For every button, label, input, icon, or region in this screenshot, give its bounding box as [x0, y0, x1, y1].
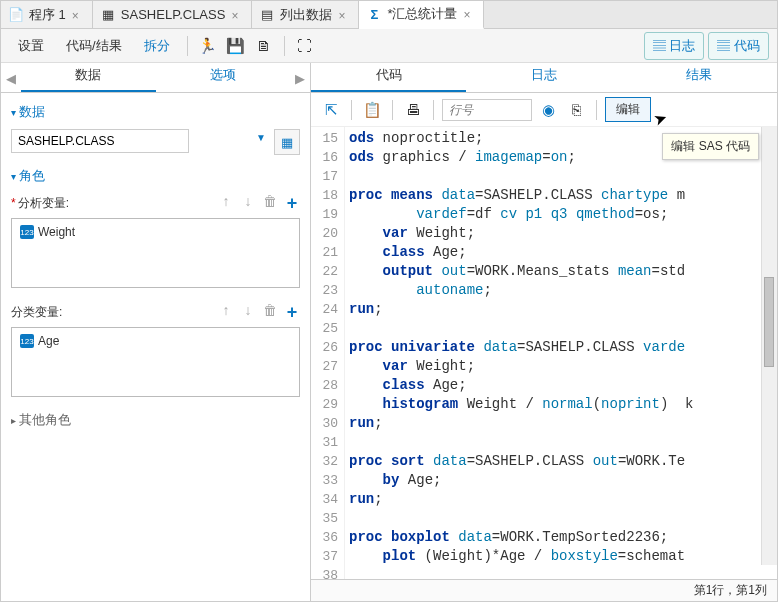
- delete-icon[interactable]: 🗑: [262, 193, 278, 214]
- scrollbar-thumb[interactable]: [764, 277, 774, 367]
- separator: [433, 100, 434, 120]
- main-toolbar: 设置 代码/结果 拆分 🏃 💾 🗎 ⛶ ▤ 日志 ▤ 代码: [1, 29, 777, 63]
- separator: [187, 36, 188, 56]
- close-icon[interactable]: ×: [338, 9, 350, 21]
- subtab-log[interactable]: 日志: [466, 60, 621, 92]
- export-icon[interactable]: ⇱: [319, 98, 343, 122]
- close-icon[interactable]: ×: [72, 9, 84, 21]
- subtab-options[interactable]: 选项: [156, 60, 291, 92]
- edit-code-button[interactable]: 编辑: [605, 97, 651, 122]
- print-icon[interactable]: 🖶: [401, 98, 425, 122]
- copy-icon[interactable]: 📋: [360, 98, 384, 122]
- left-panel: ◀ 数据 选项 ▶ 数据 ▼ ▦ 角色 分析变量: ↑ ↓: [1, 63, 311, 601]
- code-toolbar: ⇱ 📋 🖶 ◉ ⎘ 编辑: [311, 93, 777, 127]
- class-var-label: 分类变量:: [11, 304, 62, 321]
- format-icon[interactable]: ⎘: [564, 98, 588, 122]
- separator: [596, 100, 597, 120]
- roles-section-header[interactable]: 角色: [11, 167, 300, 185]
- tab-label: *汇总统计量: [387, 5, 457, 23]
- left-subtabs: ◀ 数据 选项 ▶: [1, 63, 310, 93]
- separator: [392, 100, 393, 120]
- tab-label: 程序 1: [29, 6, 66, 24]
- scroll-left-icon[interactable]: ◀: [1, 65, 21, 92]
- dropdown-icon[interactable]: ▼: [256, 132, 266, 143]
- vertical-scrollbar[interactable]: [761, 127, 777, 565]
- split-button[interactable]: 拆分: [135, 32, 179, 60]
- analysis-var-label: 分析变量:: [11, 195, 69, 212]
- file-tab-bar: 📄 程序 1 × ▦ SASHELP.CLASS × ▤ 列出数据 × Σ *汇…: [1, 1, 777, 29]
- scroll-right-icon[interactable]: ▶: [290, 65, 310, 92]
- code-editor[interactable]: 1516171819202122232425262728293031323334…: [311, 127, 777, 583]
- delete-icon[interactable]: 🗑: [262, 302, 278, 323]
- separator: [351, 100, 352, 120]
- other-roles-header[interactable]: 其他角色: [11, 411, 300, 429]
- list-item[interactable]: 123 Weight: [16, 223, 295, 241]
- line-gutter: 1516171819202122232425262728293031323334…: [311, 127, 345, 583]
- tab-label: 列出数据: [280, 6, 332, 24]
- settings-button[interactable]: 设置: [9, 32, 53, 60]
- data-section-header[interactable]: 数据: [11, 103, 300, 121]
- move-up-icon[interactable]: ↑: [218, 193, 234, 214]
- code-body[interactable]: ods noproctitle;ods graphics / imagemap=…: [345, 127, 777, 583]
- tooltip: 编辑 SAS 代码: [662, 133, 759, 160]
- move-down-icon[interactable]: ↓: [240, 302, 256, 323]
- fullscreen-icon[interactable]: ⛶: [293, 34, 317, 58]
- file-tab-program1[interactable]: 📄 程序 1 ×: [1, 1, 93, 28]
- close-icon[interactable]: ×: [231, 9, 243, 21]
- file-tab-listdata[interactable]: ▤ 列出数据 ×: [252, 1, 359, 28]
- numeric-icon: 123: [20, 225, 34, 239]
- run-icon[interactable]: 🏃: [196, 34, 220, 58]
- saveas-icon[interactable]: 🗎: [252, 34, 276, 58]
- numeric-icon: 123: [20, 334, 34, 348]
- subtab-data[interactable]: 数据: [21, 60, 156, 92]
- statusbar: 第1行，第1列: [311, 579, 777, 601]
- close-icon[interactable]: ×: [463, 8, 475, 20]
- separator: [284, 36, 285, 56]
- var-name: Weight: [38, 225, 75, 239]
- file-tab-summary[interactable]: Σ *汇总统计量 ×: [359, 1, 484, 29]
- var-name: Age: [38, 334, 59, 348]
- add-icon[interactable]: +: [284, 302, 300, 323]
- class-var-box[interactable]: 123 Age: [11, 327, 300, 397]
- code-results-button[interactable]: 代码/结果: [57, 32, 131, 60]
- move-down-icon[interactable]: ↓: [240, 193, 256, 214]
- save-icon[interactable]: 💾: [224, 34, 248, 58]
- dataset-input[interactable]: [11, 129, 189, 153]
- subtab-code[interactable]: 代码: [311, 60, 466, 92]
- subtab-results[interactable]: 结果: [622, 60, 777, 92]
- right-panel: 代码 日志 结果 ⇱ 📋 🖶 ◉ ⎘ 编辑 编辑 SAS 代码 ➤ 151617…: [311, 63, 777, 601]
- move-up-icon[interactable]: ↑: [218, 302, 234, 323]
- goto-line-input[interactable]: [442, 99, 532, 121]
- tab-label: SASHELP.CLASS: [121, 7, 226, 22]
- list-icon: ▤: [260, 8, 274, 22]
- table-icon: ▦: [101, 8, 115, 22]
- file-tab-sashelp[interactable]: ▦ SASHELP.CLASS ×: [93, 1, 253, 28]
- code-panel-button[interactable]: ▤ 代码: [708, 32, 769, 60]
- go-icon[interactable]: ◉: [536, 98, 560, 122]
- sigma-icon: Σ: [367, 7, 381, 21]
- browse-data-button[interactable]: ▦: [274, 129, 300, 155]
- right-subtabs: 代码 日志 结果: [311, 63, 777, 93]
- analysis-var-box[interactable]: 123 Weight: [11, 218, 300, 288]
- add-icon[interactable]: +: [284, 193, 300, 214]
- list-item[interactable]: 123 Age: [16, 332, 295, 350]
- log-panel-button[interactable]: ▤ 日志: [644, 32, 705, 60]
- cursor-position: 第1行，第1列: [694, 582, 767, 599]
- program-icon: 📄: [9, 8, 23, 22]
